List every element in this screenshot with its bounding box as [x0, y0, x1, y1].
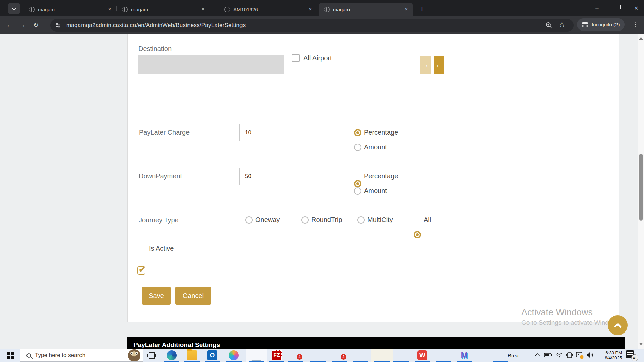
tab-3[interactable]: AM101926 ×	[219, 3, 317, 16]
is-active-checkbox[interactable]	[137, 266, 145, 275]
running-indicator	[269, 361, 284, 362]
move-right-button[interactable]: →	[420, 56, 431, 74]
journey-oneway-radio[interactable]	[245, 216, 253, 224]
paylater-charge-label: PayLater Charge	[139, 129, 190, 136]
journey-roundtrip-radio[interactable]	[301, 216, 309, 224]
activate-windows-hint: Go to Settings to activate Windows	[521, 319, 620, 326]
charge-percentage-label: Percentage	[364, 129, 398, 136]
journey-all-radio[interactable]	[414, 231, 421, 238]
taskbar-search[interactable]: Type here to search	[20, 349, 143, 362]
running-indicator	[353, 361, 368, 362]
journey-type-label: Journey Type	[139, 216, 179, 224]
minimize-button[interactable]: –	[589, 0, 605, 16]
tab-2[interactable]: maqam ×	[117, 3, 210, 16]
notification-badge: 41	[631, 354, 638, 361]
running-indicator	[393, 361, 409, 362]
tab-4-active[interactable]: maqam ×	[319, 3, 413, 16]
zoom-icon[interactable]	[545, 22, 553, 29]
downpayment-percentage-radio[interactable]	[354, 180, 361, 187]
downpayment-amount-radio[interactable]	[354, 187, 361, 195]
journey-oneway-label: Oneway	[255, 216, 280, 224]
downpayment-input[interactable]: 50	[239, 168, 345, 185]
running-indicator	[184, 361, 200, 362]
tray-app-label[interactable]: Brea...	[508, 353, 523, 358]
speaker-icon[interactable]	[586, 352, 594, 358]
running-indicator	[310, 361, 326, 362]
copilot-icon[interactable]	[229, 350, 239, 360]
tray-expand-icon[interactable]	[534, 353, 540, 357]
close-icon[interactable]: ×	[200, 6, 206, 13]
scrollbar-down-arrow[interactable]	[639, 343, 643, 345]
new-tab-button[interactable]: +	[417, 4, 427, 14]
close-window-button[interactable]: ×	[629, 0, 644, 16]
maximize-button[interactable]	[609, 0, 625, 16]
search-icon	[26, 353, 31, 358]
tab-search-button[interactable]	[8, 3, 20, 14]
m-app-icon[interactable]: M	[459, 350, 469, 360]
charge-amount-radio[interactable]	[354, 144, 361, 151]
running-indicator	[205, 361, 220, 362]
downpayment-amount-label: Amount	[364, 187, 387, 195]
close-icon[interactable]: ×	[403, 6, 410, 13]
paylater-charge-input[interactable]: 10	[239, 124, 345, 141]
section-header-bar: PayLater Additional Settings	[127, 337, 625, 349]
journey-multicity-label: MultiCity	[367, 216, 393, 224]
move-left-button[interactable]: ←	[434, 56, 444, 74]
destination-listbox[interactable]	[465, 56, 602, 107]
address-bar[interactable]: maqamqa2admin.caxita.ca/en/AdminWeb/Busi…	[50, 19, 574, 32]
wps-office-icon[interactable]: W	[417, 350, 427, 360]
forward-button[interactable]: →	[16, 16, 29, 34]
tab-title: maqam	[131, 7, 200, 12]
charge-percentage-radio[interactable]	[354, 129, 361, 136]
restore-icon	[615, 6, 619, 10]
file-explorer-icon[interactable]	[187, 350, 197, 360]
search-daily-image-owl[interactable]	[128, 349, 140, 361]
slack-badge: 4	[297, 354, 302, 360]
share-status-icon[interactable]	[576, 352, 584, 359]
scrollbar-thumb[interactable]	[639, 154, 643, 221]
incognito-badge[interactable]: Incognito (2)	[577, 18, 625, 31]
running-indicator	[374, 361, 390, 362]
running-indicator	[164, 361, 179, 362]
activate-windows-watermark: Activate Windows	[521, 307, 593, 318]
filezilla-icon[interactable]: FZ	[272, 350, 282, 360]
reload-button[interactable]: ↻	[30, 16, 42, 34]
start-button[interactable]	[4, 349, 17, 362]
bookmark-star-icon[interactable]: ☆	[559, 20, 566, 29]
clock-date: 8/4/2025	[605, 355, 622, 360]
all-airport-checkbox[interactable]	[292, 54, 300, 62]
close-icon[interactable]: ×	[106, 6, 113, 13]
paylater-charge-value: 10	[245, 129, 251, 136]
edge-icon[interactable]	[167, 350, 177, 360]
browser-menu-button[interactable]: ⋮	[632, 20, 639, 28]
wifi-icon[interactable]	[556, 351, 563, 358]
running-indicator	[288, 361, 303, 362]
arrow-right-icon: →	[422, 61, 429, 69]
taskbar-clock[interactable]: 6:30 PM 8/4/2025	[594, 349, 622, 362]
globe-favicon	[29, 7, 35, 12]
task-view-button[interactable]	[146, 349, 158, 362]
running-indicator	[249, 361, 264, 362]
close-icon[interactable]: ×	[307, 6, 314, 13]
destination-input[interactable]	[138, 55, 284, 74]
save-button[interactable]: Save	[142, 287, 171, 305]
journey-multicity-radio[interactable]	[357, 216, 365, 224]
outlook-icon[interactable]: O	[207, 350, 217, 360]
running-indicator	[415, 361, 430, 362]
back-button[interactable]: ←	[3, 16, 16, 34]
scrollbar-up-arrow[interactable]	[639, 37, 643, 40]
clock-time: 6:30 PM	[606, 350, 622, 355]
battery-icon[interactable]	[544, 352, 553, 358]
taskbar-active-cell	[246, 349, 267, 362]
running-indicator	[457, 361, 472, 362]
site-settings-icon[interactable]	[55, 22, 61, 28]
scroll-to-top-button[interactable]	[608, 315, 628, 335]
all-airport-label: All Airport	[303, 54, 332, 62]
incognito-label: Incognito (2)	[592, 22, 620, 27]
arrow-left-icon: ←	[435, 61, 442, 69]
windows-logo-icon	[7, 352, 14, 359]
cancel-button[interactable]: Cancel	[175, 287, 211, 305]
phone-link-icon[interactable]	[566, 352, 573, 358]
tab-1[interactable]: maqam ×	[23, 3, 116, 16]
taskbar-active-cell	[371, 349, 393, 362]
